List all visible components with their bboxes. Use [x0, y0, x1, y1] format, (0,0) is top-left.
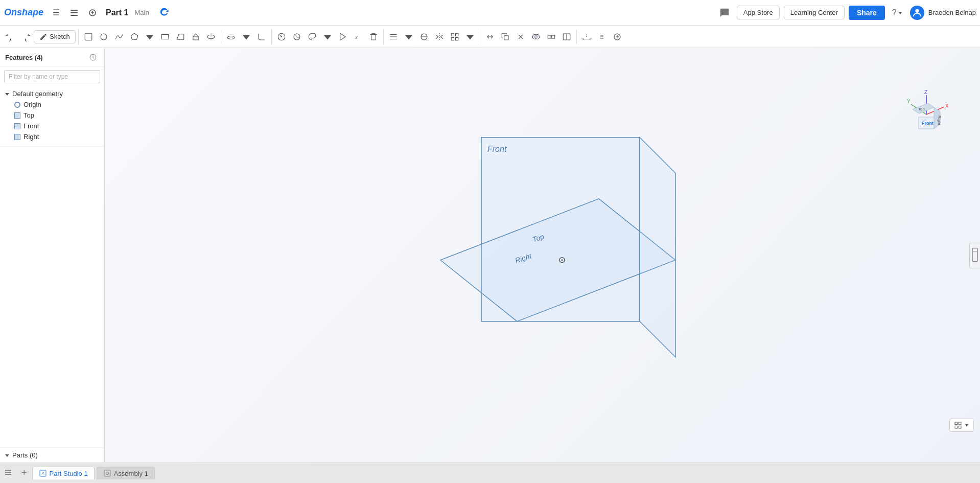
svg-text:x: x: [355, 34, 358, 39]
settings-icon: [954, 421, 962, 429]
help-button[interactable]: ?: [889, 6, 906, 19]
tool-polygon[interactable]: [127, 30, 142, 43]
tool-composite[interactable]: [544, 30, 558, 43]
tool-revolve[interactable]: [204, 30, 218, 43]
menu-button[interactable]: ☰: [50, 6, 63, 19]
svg-text:Y: Y: [907, 99, 911, 104]
undo-button[interactable]: [3, 30, 17, 43]
tool-section[interactable]: [417, 30, 431, 43]
svg-point-9: [101, 34, 107, 40]
default-geometry-header[interactable]: Default geometry: [0, 88, 104, 99]
tool-delete[interactable]: [366, 30, 381, 43]
tool-constraints[interactable]: [595, 30, 609, 43]
tool-copy[interactable]: [498, 30, 512, 43]
svg-text:Top: Top: [918, 107, 925, 111]
svg-rect-8: [85, 33, 92, 40]
svg-text:Z: Z: [924, 89, 927, 95]
top-bar: Onshape ☰ Part 1 Main App Store Learning…: [0, 0, 980, 26]
tool-dropdown[interactable]: [143, 30, 157, 43]
svg-marker-10: [131, 33, 138, 39]
svg-marker-18: [243, 35, 250, 39]
svg-rect-41: [548, 35, 551, 38]
tool-add[interactable]: [610, 30, 624, 43]
chevron-down-icon-display: [964, 423, 969, 428]
chevron-down-icon: [4, 91, 10, 97]
tool-transform[interactable]: [514, 30, 528, 43]
svg-point-40: [535, 34, 540, 39]
sidebar-item-origin[interactable]: Origin: [0, 99, 104, 110]
tool-move[interactable]: [483, 30, 497, 43]
svg-rect-77: [104, 470, 110, 476]
main-area: Features (4) Default geometry Origin Top: [0, 48, 980, 463]
tool-boolean[interactable]: [529, 30, 543, 43]
tool-simulate[interactable]: [336, 30, 350, 43]
user-avatar[interactable]: [910, 6, 924, 20]
sync-button[interactable]: [157, 6, 173, 19]
sidebar-item-right[interactable]: Right: [0, 131, 104, 142]
default-geometry-section: Default geometry Origin Top Front Right: [0, 86, 104, 144]
redo-button[interactable]: [18, 30, 33, 43]
features-title: Features (4): [5, 54, 43, 61]
tool-dropdown3[interactable]: [320, 30, 335, 43]
appstore-button[interactable]: App Store: [737, 6, 780, 19]
tool-dropdown5[interactable]: [463, 30, 477, 43]
sketch-button[interactable]: Sketch: [34, 30, 76, 43]
tool-measure[interactable]: [274, 30, 289, 43]
tool-dimensions[interactable]: [579, 30, 594, 43]
svg-text:Right: Right: [937, 116, 942, 125]
tool-fillet[interactable]: [254, 30, 269, 43]
svg-rect-70: [955, 426, 958, 428]
svg-marker-51: [5, 454, 9, 457]
svg-point-56: [561, 259, 563, 261]
document-tab: Main: [135, 9, 149, 16]
sidebar-item-front[interactable]: Front: [0, 121, 104, 131]
right-panel-toggle[interactable]: [969, 242, 980, 268]
svg-rect-1: [71, 12, 78, 13]
plane-icon-top: [14, 112, 20, 119]
plane-icon-right: [14, 134, 20, 140]
sidebar-item-top[interactable]: Top: [0, 110, 104, 121]
filter-input[interactable]: [4, 70, 100, 83]
tool-circle[interactable]: [97, 30, 111, 43]
chat-button[interactable]: [716, 6, 733, 20]
svg-rect-71: [959, 426, 961, 428]
svg-rect-34: [455, 33, 458, 36]
display-options[interactable]: [949, 419, 974, 432]
tab-assembly-1[interactable]: Assembly 1: [97, 467, 155, 479]
add-tab-button[interactable]: +: [18, 467, 30, 479]
tool-spline[interactable]: [112, 30, 126, 43]
add-element-button[interactable]: [85, 7, 100, 19]
svg-rect-72: [959, 422, 961, 425]
tool-material[interactable]: [290, 30, 304, 43]
tool-offset-plane[interactable]: [224, 30, 238, 43]
tool-variable[interactable]: x: [351, 30, 365, 43]
tool-construction[interactable]: [81, 30, 96, 43]
display-settings-button[interactable]: [949, 419, 974, 432]
history-button[interactable]: [87, 52, 99, 62]
svg-rect-0: [71, 10, 78, 11]
list-view-button[interactable]: [67, 7, 81, 19]
toolbar: Sketch: [0, 26, 980, 48]
bottom-settings-button[interactable]: [4, 468, 12, 478]
app-logo[interactable]: Onshape: [4, 7, 43, 18]
parts-header[interactable]: Parts (0): [0, 450, 104, 461]
share-button[interactable]: Share: [849, 6, 885, 20]
view-cube[interactable]: X Y Z Front Top Right: [903, 89, 949, 135]
viewport[interactable]: Front Top Right X Y Z: [105, 48, 980, 463]
tool-chamfer[interactable]: [173, 30, 188, 43]
tab-part-studio-1[interactable]: Part Studio 1: [32, 467, 95, 479]
tool-dropdown4[interactable]: [402, 30, 416, 43]
tool-extrude[interactable]: [189, 30, 203, 43]
user-name[interactable]: Braeden Belnap: [928, 9, 976, 16]
svg-rect-13: [193, 37, 199, 40]
tool-dropdown2[interactable]: [239, 30, 253, 43]
tool-align[interactable]: [386, 30, 401, 43]
part-studio-icon: [39, 469, 47, 477]
bottom-tabs: + Part Studio 1 Assembly 1: [0, 463, 980, 483]
tool-rect[interactable]: [158, 30, 172, 43]
tool-pattern[interactable]: [448, 30, 462, 43]
learning-center-button[interactable]: Learning Center: [784, 6, 845, 19]
tool-appearance[interactable]: [305, 30, 319, 43]
tool-split[interactable]: [559, 30, 574, 43]
tool-mirror[interactable]: [432, 30, 447, 43]
